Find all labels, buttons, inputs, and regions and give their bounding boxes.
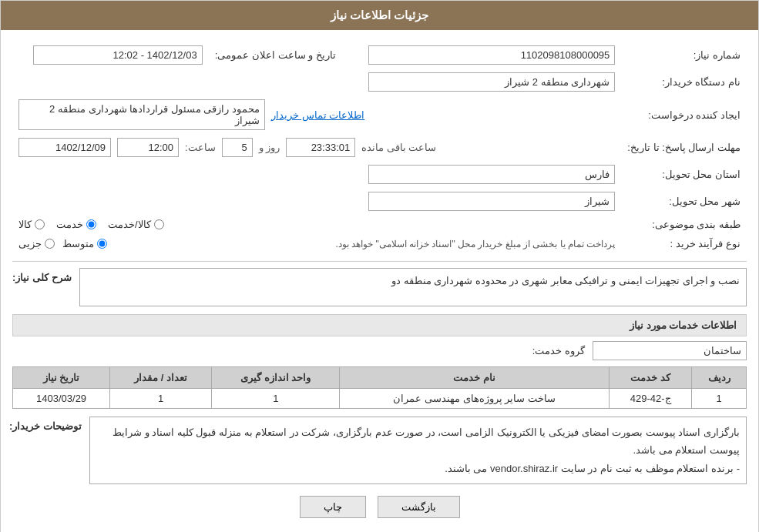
time-label: ساعت: [185,142,216,153]
creator-value: محمود رازقی مسئول قراردادها شهرداری منطق… [18,99,265,130]
cell-date: 1403/03/29 [13,389,110,409]
days-value: 5 [222,138,253,157]
cell-qty: 1 [110,389,212,409]
col-header-row: ردیف [692,367,747,389]
category-kala-khedmat[interactable]: کالا/خدمت [108,219,164,230]
announcement-value: 1402/12/03 - 12:02 [33,45,203,65]
group-value: ساختمان [593,341,747,360]
category-label: طبقه بندی موضوعی: [621,215,747,234]
process-note: پرداخت تمام یا بخشی از مبلغ خریدار محل "… [115,239,615,249]
deadline-date-value: 1402/12/09 [18,138,111,157]
page-title: جزئیات اطلاعات نیاز [331,8,428,22]
buyer-notes-line: - برنده استعلام موظف به ثبت نام در سایت … [96,460,740,477]
time-value: 12:00 [117,138,179,157]
col-header-code: کد خدمت [609,367,691,389]
divider-1 [12,261,747,262]
cell-name: ساخت سایر پروژه‌های مهندسی عمران [340,389,610,409]
services-section-title: اطلاعات خدمات مورد نیاز [12,314,747,336]
days-label: روز و [259,142,280,153]
back-button[interactable]: بازگشت [378,496,460,518]
category-kala[interactable]: کالا [18,219,45,230]
need-number-label: شماره نیاز: [621,42,747,69]
province-value: فارس [368,165,615,184]
buyer-notes-box: بارگزاری اسناد پیوست بصورت امضای فیزیکی … [89,417,747,484]
page-header: جزئیات اطلاعات نیاز [1,1,758,30]
creator-label: ایجاد کننده درخواست: [621,95,747,134]
group-label: گروه خدمت: [532,345,585,356]
cell-unit: 1 [212,389,340,409]
cell-row: 1 [692,389,747,409]
province-label: استان محل تحویل: [621,161,747,188]
buyer-notes-line: بارگزاری اسناد پیوست بصورت امضای فیزیکی … [96,423,740,460]
process-motavaset[interactable]: متوسط [62,238,107,249]
cell-code: ج-42-429 [609,389,691,409]
print-button[interactable]: چاپ [300,496,366,518]
category-khedmat[interactable]: خدمت [56,219,96,230]
contact-link[interactable]: اطلاعات تماس خریدار [271,109,364,121]
announcement-label: تاریخ و ساعت اعلان عمومی: [209,42,342,69]
col-header-unit: واحد اندازه گیری [212,367,340,389]
group-row: ساختمان گروه خدمت: [12,341,747,360]
process-label: نوع فرآیند خرید : [621,234,747,253]
buyer-notes-label: توضیحات خریدار: [9,420,82,432]
buyer-notes-row: بارگزاری اسناد پیوست بصورت امضای فیزیکی … [12,417,747,484]
buyer-org-value: شهرداری منطقه 2 شیراز [368,72,615,92]
description-box: نصب و اجرای تجهیزات ایمنی و ترافیکی معاب… [79,268,747,306]
description-label: شرح کلی نیاز: [12,272,72,283]
process-row: پرداخت تمام یا بخشی از مبلغ خریدار محل "… [18,238,615,249]
remaining-time-label: ساعت باقی مانده [361,142,436,153]
col-header-date: تاریخ نیاز [13,367,110,389]
deadline-label: مهلت ارسال پاسخ: تا تاریخ: [621,134,747,161]
col-header-qty: تعداد / مقدار [110,367,212,389]
need-number-value: 1102098108000095 [368,45,615,65]
description-value: نصب و اجرای تجهیزات ایمنی و ترافیکی معاب… [391,275,740,286]
info-table: شماره نیاز: 1102098108000095 تاریخ و ساع… [12,42,747,253]
buttons-row: بازگشت چاپ [12,496,747,518]
category-radio-group: کالا/خدمت خدمت کالا [18,219,615,230]
city-label: شهر محل تحویل: [621,188,747,215]
process-jozi[interactable]: جزیی [18,238,55,249]
table-row: 1 ج-42-429 ساخت سایر پروژه‌های مهندسی عم… [13,389,747,409]
remaining-time-value: 23:33:01 [286,138,355,157]
services-table: ردیف کد خدمت نام خدمت واحد اندازه گیری ت… [12,366,747,409]
col-header-name: نام خدمت [340,367,610,389]
city-value: شیراز [368,192,615,211]
buyer-org-label: نام دستگاه خریدار: [621,69,747,95]
